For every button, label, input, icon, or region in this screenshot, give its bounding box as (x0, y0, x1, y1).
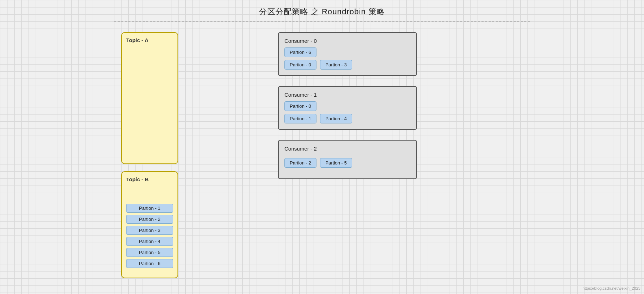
consumer-1-partitions: Partion - 0 Partion - 1 Partion - 4 (284, 101, 411, 123)
main-content: Topic - A Topic - B Partion - 1 Partion … (0, 21, 644, 278)
list-item: Partion - 1 (126, 204, 173, 213)
consumer-1-row-0: Partion - 0 (284, 101, 411, 111)
list-item: Partion - 0 (284, 60, 316, 70)
consumer-box-2: Consumer - 2 Partion - 2 Partion - 5 (278, 140, 417, 179)
topics-column: Topic - A Topic - B Partion - 1 Partion … (121, 32, 178, 278)
topic-b-partitions: Partion - 1 Partion - 2 Partion - 3 Part… (126, 204, 173, 268)
topic-box-b: Topic - B Partion - 1 Partion - 2 Partio… (121, 171, 178, 278)
list-item: Partion - 5 (126, 248, 173, 257)
list-item: Partion - 2 (284, 158, 316, 168)
consumers-column: Consumer - 0 Partion - 6 Partion - 0 Par… (278, 32, 417, 179)
list-item: Partion - 6 (284, 47, 316, 57)
consumer-0-row-1: Partion - 0 Partion - 3 (284, 60, 411, 70)
consumer-box-0: Consumer - 0 Partion - 6 Partion - 0 Par… (278, 32, 417, 76)
list-item: Partion - 5 (320, 158, 352, 168)
topic-a-label: Topic - A (126, 37, 173, 43)
topic-box-a: Topic - A (121, 32, 178, 164)
consumer-0-label: Consumer - 0 (284, 38, 411, 44)
watermark: https://blog.csdn.net/weixin_2023 (582, 286, 640, 290)
consumer-0-row-0: Partion - 6 (284, 47, 411, 57)
consumer-2-partitions: Partion - 2 Partion - 5 (284, 155, 411, 168)
consumer-2-label: Consumer - 2 (284, 146, 411, 152)
consumer-1-row-1: Partion - 1 Partion - 4 (284, 114, 411, 123)
list-item: Partion - 3 (320, 60, 352, 70)
consumer-2-row-1: Partion - 2 Partion - 5 (284, 158, 411, 168)
list-item: Partion - 1 (284, 114, 316, 123)
list-item: Partion - 0 (284, 101, 316, 111)
topic-b-label: Topic - B (126, 176, 173, 182)
consumer-box-1: Consumer - 1 Partion - 0 Partion - 1 Par… (278, 86, 417, 130)
list-item: Partion - 4 (320, 114, 352, 123)
list-item: Partion - 6 (126, 259, 173, 268)
page-title: 分区分配策略 之 Roundrobin 策略 (0, 0, 644, 17)
consumer-1-label: Consumer - 1 (284, 92, 411, 98)
list-item: Partion - 3 (126, 226, 173, 235)
list-item: Partion - 2 (126, 215, 173, 224)
consumer-0-partitions: Partion - 6 Partion - 0 Partion - 3 (284, 47, 411, 70)
list-item: Partion - 4 (126, 237, 173, 246)
